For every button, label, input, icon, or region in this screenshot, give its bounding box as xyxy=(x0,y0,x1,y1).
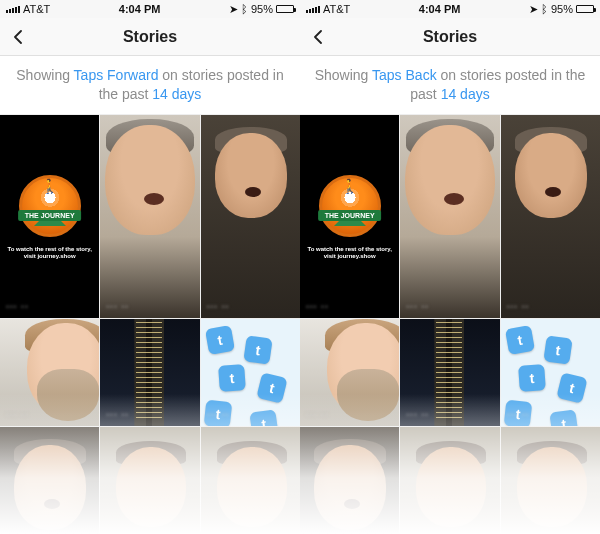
story-tile[interactable]: ··· ·· xyxy=(201,115,300,318)
carrier-label: AT&T xyxy=(323,3,350,15)
story-metric: ··· ·· xyxy=(306,301,329,312)
timeframe-selector[interactable]: 14 days xyxy=(152,86,201,102)
status-bar: AT&T 4:04 PM ➤ ᛒ 95% xyxy=(0,0,300,18)
filter-description: Showing Taps Back on stories posted in t… xyxy=(300,56,600,115)
stories-grid: 🚶 THE JOURNEY To watch the rest of the s… xyxy=(0,115,300,534)
story-metric: ··· ·· xyxy=(306,409,329,420)
filter-description: Showing Taps Forward on stories posted i… xyxy=(0,56,300,115)
nav-title: Stories xyxy=(423,28,477,46)
bluetooth-icon: ᛒ xyxy=(541,3,548,15)
panel-left: AT&T 4:04 PM ➤ ᛒ 95% Stories Showing Tap… xyxy=(0,0,300,534)
timeframe-selector[interactable]: 14 days xyxy=(441,86,490,102)
story-tile[interactable]: t t t t t t ··· ·· xyxy=(201,319,300,426)
story-metric: ··· ·· xyxy=(207,409,230,420)
back-button[interactable] xyxy=(8,26,30,48)
story-tile[interactable] xyxy=(201,427,300,534)
story-tile[interactable] xyxy=(400,427,499,534)
story-tile[interactable] xyxy=(100,427,199,534)
nav-title: Stories xyxy=(123,28,177,46)
signal-icon xyxy=(6,6,20,13)
journey-caption: To watch the rest of the story, visit jo… xyxy=(4,246,95,260)
battery-icon xyxy=(576,5,594,13)
story-tile[interactable]: 🚶 THE JOURNEY To watch the rest of the s… xyxy=(0,115,99,318)
story-tile[interactable]: ··· ·· xyxy=(100,319,199,426)
story-tile[interactable]: ··· ·· xyxy=(501,115,600,318)
location-icon: ➤ xyxy=(529,3,538,16)
story-metric: ··· ·· xyxy=(406,409,429,420)
story-metric: ··· ·· xyxy=(507,409,530,420)
story-tile[interactable] xyxy=(0,427,99,534)
story-metric: ··· ·· xyxy=(106,409,129,420)
bluetooth-icon: ᛒ xyxy=(241,3,248,15)
story-metric: ··· ·· xyxy=(106,301,129,312)
chevron-left-icon xyxy=(312,30,326,44)
status-time: 4:04 PM xyxy=(119,3,161,15)
status-bar: AT&T 4:04 PM ➤ ᛒ 95% xyxy=(300,0,600,18)
nav-bar: Stories xyxy=(300,18,600,56)
chevron-left-icon xyxy=(12,30,26,44)
story-metric: ··· ·· xyxy=(6,409,29,420)
metric-selector[interactable]: Taps Back xyxy=(372,67,437,83)
story-tile[interactable] xyxy=(300,427,399,534)
back-button[interactable] xyxy=(308,26,330,48)
story-tile[interactable]: ··· ·· xyxy=(400,115,499,318)
story-tile[interactable]: ··· ·· xyxy=(100,115,199,318)
nav-bar: Stories xyxy=(0,18,300,56)
stories-grid: 🚶 THE JOURNEY To watch the rest of the s… xyxy=(300,115,600,534)
story-metric: ··· ·· xyxy=(507,301,530,312)
battery-pct: 95% xyxy=(551,3,573,15)
story-tile[interactable]: 🚶 THE JOURNEY To watch the rest of the s… xyxy=(300,115,399,318)
journey-caption: To watch the rest of the story, visit jo… xyxy=(304,246,395,260)
story-metric: ··· ·· xyxy=(406,301,429,312)
story-tile[interactable]: ··· ·· xyxy=(400,319,499,426)
journey-badge-icon: 🚶 THE JOURNEY xyxy=(16,172,84,240)
metric-selector[interactable]: Taps Forward xyxy=(74,67,159,83)
story-metric: ··· ·· xyxy=(6,301,29,312)
journey-badge-icon: 🚶 THE JOURNEY xyxy=(316,172,384,240)
signal-icon xyxy=(306,6,320,13)
battery-icon xyxy=(276,5,294,13)
battery-pct: 95% xyxy=(251,3,273,15)
carrier-label: AT&T xyxy=(23,3,50,15)
story-tile[interactable]: ··· ·· xyxy=(300,319,399,426)
story-tile[interactable]: t t t t t t ··· ·· xyxy=(501,319,600,426)
story-metric: ··· ·· xyxy=(207,301,230,312)
location-icon: ➤ xyxy=(229,3,238,16)
panel-right: AT&T 4:04 PM ➤ ᛒ 95% Stories Showing Tap… xyxy=(300,0,600,534)
story-tile[interactable]: ··· ·· xyxy=(0,319,99,426)
story-tile[interactable] xyxy=(501,427,600,534)
status-time: 4:04 PM xyxy=(419,3,461,15)
